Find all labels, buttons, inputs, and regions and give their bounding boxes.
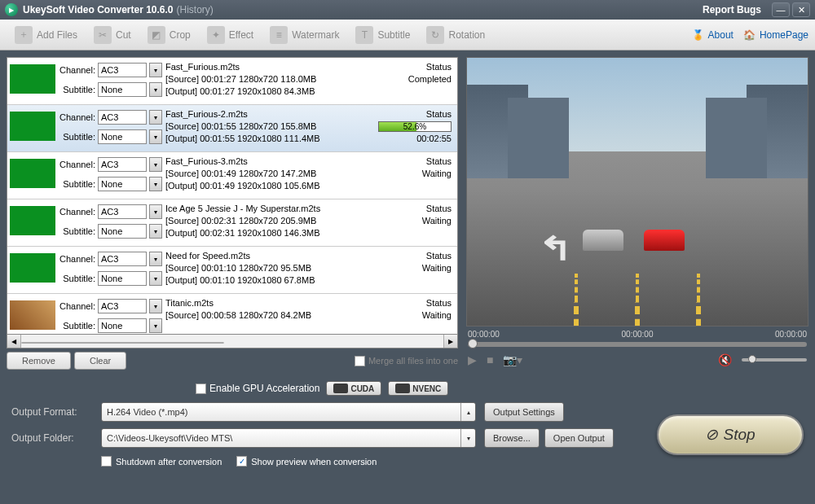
merge-checkbox[interactable]: Merge all files into one: [355, 356, 458, 366]
homepage-icon: 🏠: [743, 28, 756, 42]
subtitle-icon: T: [355, 26, 373, 44]
volume-slider[interactable]: [742, 358, 807, 362]
channel-select[interactable]: AC3: [98, 299, 147, 313]
subtitle-select[interactable]: None: [98, 177, 147, 191]
file-thumbnail: [10, 112, 55, 141]
channel-select[interactable]: AC3: [98, 157, 147, 172]
minimize-button[interactable]: —: [772, 2, 790, 17]
file-status: Status52.6%00:02:55: [373, 108, 455, 145]
output-format-select[interactable]: H.264 Video (*.mp4)▴: [101, 402, 476, 422]
time-display: 00:00:0000:00:0000:00:00: [466, 327, 808, 339]
volume-icon[interactable]: 🔇: [718, 353, 732, 366]
shutdown-checkbox[interactable]: Shutdown after conversion: [101, 456, 222, 467]
file-row[interactable]: Channel:AC3▾Subtitle:None▾Fast_Furious.m…: [7, 58, 457, 105]
show-preview-checkbox[interactable]: ✓Show preview when conversion: [236, 456, 377, 467]
chevron-down-icon[interactable]: ▾: [149, 110, 162, 125]
file-row[interactable]: Channel:AC3▾Subtitle:None▾Titanic.m2ts[S…: [7, 294, 457, 335]
report-bugs-link[interactable]: Report Bugs: [703, 4, 761, 15]
chevron-down-icon[interactable]: ▾: [149, 63, 162, 77]
output-folder-field[interactable]: C:\Videos-Ukeysoft\Video MTS\▾: [101, 428, 476, 448]
road-arrow-icon: ↰: [538, 230, 574, 267]
about-icon: 🏅: [692, 28, 705, 42]
file-status: StatusCompleted: [373, 61, 455, 85]
file-thumbnail: [10, 159, 55, 188]
add-files-button[interactable]: ＋Add Files: [7, 23, 86, 47]
channel-select[interactable]: AC3: [98, 110, 147, 125]
remove-button[interactable]: Remove: [7, 352, 71, 370]
subtitle-button[interactable]: TSubtitle: [347, 23, 418, 47]
channel-select[interactable]: AC3: [98, 204, 147, 219]
close-button[interactable]: ✕: [792, 2, 810, 17]
chevron-down-icon[interactable]: ▾: [149, 224, 162, 239]
file-info: Fast_Furious.m2ts[Source] 00:01:27 1280x…: [162, 61, 373, 98]
watermark-icon: ≡: [270, 26, 288, 44]
chevron-down-icon[interactable]: ▾: [149, 299, 162, 313]
app-logo-icon: [5, 3, 18, 16]
add-files-icon: ＋: [15, 26, 33, 44]
clear-button[interactable]: Clear: [74, 352, 126, 370]
subtitle-select[interactable]: None: [98, 318, 147, 333]
stop-button[interactable]: ⊘Stop: [657, 414, 804, 455]
progress-bar: 52.6%: [378, 121, 452, 132]
effect-button[interactable]: ✦Effect: [199, 23, 262, 47]
watermark-button[interactable]: ≡Watermark: [262, 23, 347, 47]
play-button[interactable]: ▶: [468, 353, 477, 366]
chevron-down-icon[interactable]: ▾: [149, 82, 162, 97]
about-link[interactable]: 🏅About: [692, 28, 734, 42]
channel-select[interactable]: AC3: [98, 252, 147, 266]
subtitle-select[interactable]: None: [98, 82, 147, 97]
chevron-down-icon[interactable]: ▾: [149, 177, 162, 191]
crop-icon: ◩: [148, 26, 165, 44]
titlebar: UkeySoft Video Converter 10.6.0 (History…: [0, 0, 815, 20]
file-status: StatusWaiting: [373, 250, 455, 274]
gpu-accel-checkbox[interactable]: Enable GPU Acceleration: [196, 383, 319, 394]
seek-slider[interactable]: [468, 342, 807, 347]
subtitle-select[interactable]: None: [98, 271, 147, 286]
file-row[interactable]: Channel:AC3▾Subtitle:None▾Ice Age 5 Jess…: [7, 199, 457, 247]
file-thumbnail: [10, 206, 55, 235]
cut-icon: ✂: [94, 26, 112, 44]
file-list-hscroll[interactable]: ◀ ▶: [7, 335, 458, 348]
chevron-down-icon[interactable]: ▾: [149, 318, 162, 333]
volume-knob[interactable]: [748, 355, 756, 363]
chevron-down-icon[interactable]: ▾: [149, 129, 162, 144]
app-title: UkeySoft Video Converter 10.6.0: [23, 4, 174, 15]
chevron-down-icon[interactable]: ▾: [149, 252, 162, 266]
stop-playback-button[interactable]: ■: [487, 353, 493, 366]
file-info: Fast_Furious-3.m2ts[Source] 00:01:49 128…: [162, 156, 373, 192]
output-settings-button[interactable]: Output Settings: [484, 402, 564, 422]
file-row[interactable]: Channel:AC3▾Subtitle:None▾Fast_Furious-2…: [7, 105, 457, 152]
browse-button[interactable]: Browse...: [484, 428, 540, 448]
file-status: StatusWaiting: [373, 156, 455, 180]
file-list[interactable]: Channel:AC3▾Subtitle:None▾Fast_Furious.m…: [7, 57, 458, 335]
crop-button[interactable]: ◩Crop: [139, 23, 199, 47]
scroll-thumb[interactable]: [21, 342, 224, 344]
chevron-down-icon[interactable]: ▾: [149, 271, 162, 286]
scroll-left-button[interactable]: ◀: [7, 335, 21, 348]
app-title-sub: (History): [177, 4, 214, 15]
open-output-button[interactable]: Open Output: [544, 428, 614, 448]
chevron-down-icon[interactable]: ▾: [460, 429, 475, 447]
chevron-up-icon[interactable]: ▴: [460, 403, 475, 421]
nvenc-badge: NVENC: [388, 381, 448, 396]
chevron-down-icon[interactable]: ▾: [149, 204, 162, 219]
toolbar: ＋Add Files ✂Cut ◩Crop ✦Effect ≡Watermark…: [0, 20, 815, 50]
rotation-button[interactable]: ↻Rotation: [418, 23, 493, 47]
file-info: Ice Age 5 Jessie J - My Superstar.m2ts[S…: [162, 203, 373, 239]
file-status: StatusWaiting: [373, 297, 455, 322]
effect-icon: ✦: [207, 26, 225, 44]
snapshot-button[interactable]: 📷▾: [503, 353, 522, 366]
file-thumbnail: [10, 253, 55, 283]
homepage-link[interactable]: 🏠HomePage: [743, 28, 808, 42]
file-row[interactable]: Channel:AC3▾Subtitle:None▾Fast_Furious-3…: [7, 152, 457, 199]
file-row[interactable]: Channel:AC3▾Subtitle:None▾Need for Speed…: [7, 247, 457, 294]
chevron-down-icon[interactable]: ▾: [149, 157, 162, 172]
scroll-right-button[interactable]: ▶: [443, 335, 457, 348]
channel-select[interactable]: AC3: [98, 63, 147, 77]
subtitle-select[interactable]: None: [98, 129, 147, 144]
output-format-label: Output Format:: [11, 406, 93, 418]
seek-knob[interactable]: [468, 339, 478, 348]
subtitle-select[interactable]: None: [98, 224, 147, 239]
file-status: StatusWaiting: [373, 203, 455, 227]
cut-button[interactable]: ✂Cut: [86, 23, 139, 47]
